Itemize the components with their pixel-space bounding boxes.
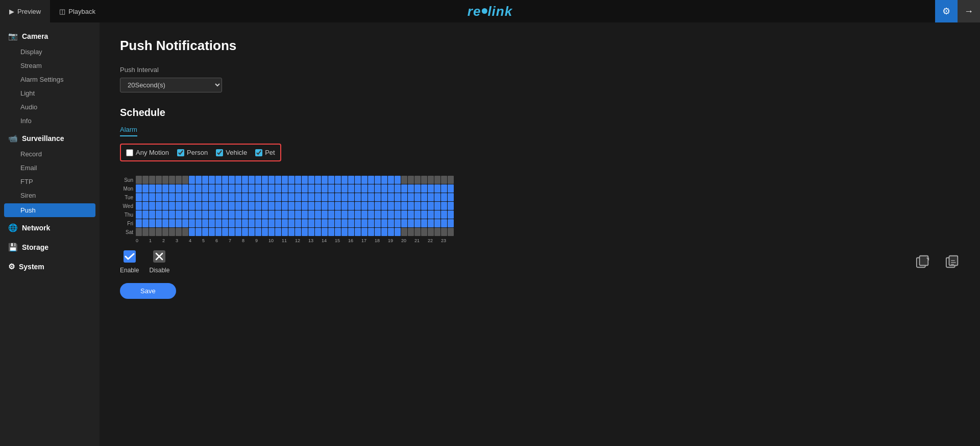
- push-interval-select[interactable]: 20Second(s): [120, 78, 222, 92]
- grid-cell[interactable]: [242, 202, 248, 210]
- grid-cell[interactable]: [182, 202, 188, 210]
- grid-cell[interactable]: [249, 228, 255, 236]
- grid-cell[interactable]: [315, 210, 321, 219]
- grid-cell[interactable]: [235, 184, 241, 193]
- grid-cell[interactable]: [156, 210, 162, 219]
- grid-cell[interactable]: [275, 219, 281, 227]
- grid-cell[interactable]: [242, 228, 248, 236]
- grid-cell[interactable]: [341, 193, 348, 201]
- grid-cell[interactable]: [235, 210, 241, 219]
- sidebar-item-ftp[interactable]: FTP: [0, 175, 100, 189]
- grid-cell[interactable]: [229, 219, 235, 227]
- grid-cell[interactable]: [209, 193, 215, 201]
- grid-cell[interactable]: [414, 210, 421, 219]
- grid-cell[interactable]: [375, 184, 381, 193]
- grid-cell[interactable]: [295, 202, 301, 210]
- grid-cell[interactable]: [149, 184, 155, 193]
- grid-cell[interactable]: [414, 176, 421, 184]
- sidebar-item-record[interactable]: Record: [0, 147, 100, 161]
- playback-button[interactable]: ◫ Playback: [50, 0, 105, 22]
- grid-cell[interactable]: [368, 219, 374, 227]
- sidebar-system-header[interactable]: ⚙ System: [0, 258, 100, 275]
- grid-cell[interactable]: [388, 202, 394, 210]
- grid-cell[interactable]: [209, 184, 215, 193]
- person-checkbox[interactable]: [177, 149, 184, 156]
- copy-icon-item[interactable]: [916, 254, 930, 269]
- grid-cell[interactable]: [282, 219, 288, 227]
- grid-cell[interactable]: [308, 219, 314, 227]
- grid-cell[interactable]: [441, 184, 447, 193]
- grid-cell[interactable]: [189, 219, 195, 227]
- grid-cell[interactable]: [202, 219, 208, 227]
- grid-cell[interactable]: [308, 184, 314, 193]
- grid-cell[interactable]: [169, 219, 175, 227]
- pet-checkbox[interactable]: [255, 149, 262, 156]
- grid-cell[interactable]: [368, 202, 374, 210]
- grid-cell[interactable]: [348, 193, 354, 201]
- grid-cell[interactable]: [189, 228, 195, 236]
- grid-cell[interactable]: [195, 228, 202, 236]
- grid-cell[interactable]: [235, 219, 241, 227]
- grid-cell[interactable]: [368, 228, 374, 236]
- grid-cell[interactable]: [355, 219, 361, 227]
- grid-cell[interactable]: [315, 202, 321, 210]
- grid-cell[interactable]: [156, 176, 162, 184]
- grid-cell[interactable]: [288, 193, 295, 201]
- grid-cell[interactable]: [381, 176, 387, 184]
- grid-cell[interactable]: [169, 202, 175, 210]
- grid-cell[interactable]: [434, 210, 440, 219]
- grid-cell[interactable]: [182, 219, 188, 227]
- grid-cell[interactable]: [341, 184, 348, 193]
- grid-cell[interactable]: [156, 219, 162, 227]
- grid-cell[interactable]: [262, 228, 268, 236]
- grid-cell[interactable]: [235, 176, 241, 184]
- grid-cell[interactable]: [335, 210, 341, 219]
- grid-cell[interactable]: [428, 219, 434, 227]
- grid-cell[interactable]: [229, 184, 235, 193]
- grid-cell[interactable]: [202, 193, 208, 201]
- grid-cell[interactable]: [149, 176, 155, 184]
- grid-cell[interactable]: [176, 210, 182, 219]
- grid-cell[interactable]: [322, 202, 328, 210]
- grid-cell[interactable]: [249, 184, 255, 193]
- grid-cell[interactable]: [136, 202, 142, 210]
- grid-cell[interactable]: [176, 193, 182, 201]
- grid-cell[interactable]: [395, 202, 401, 210]
- grid-cell[interactable]: [414, 193, 421, 201]
- grid-cell[interactable]: [348, 176, 354, 184]
- grid-cell[interactable]: [375, 219, 381, 227]
- any-motion-checkbox[interactable]: [126, 149, 133, 156]
- grid-cell[interactable]: [448, 228, 454, 236]
- grid-cell[interactable]: [295, 184, 301, 193]
- grid-cell[interactable]: [288, 219, 295, 227]
- arrow-button[interactable]: →: [958, 0, 980, 22]
- grid-cell[interactable]: [195, 176, 202, 184]
- grid-cell[interactable]: [434, 202, 440, 210]
- grid-cell[interactable]: [381, 210, 387, 219]
- grid-cell[interactable]: [395, 210, 401, 219]
- grid-cell[interactable]: [388, 184, 394, 193]
- sidebar-item-display[interactable]: Display: [0, 45, 100, 59]
- grid-cell[interactable]: [162, 193, 168, 201]
- grid-cell[interactable]: [381, 228, 387, 236]
- sidebar-item-light[interactable]: Light: [0, 86, 100, 100]
- grid-cell[interactable]: [355, 193, 361, 201]
- grid-cell[interactable]: [262, 210, 268, 219]
- grid-cell[interactable]: [242, 176, 248, 184]
- grid-cell[interactable]: [401, 210, 407, 219]
- grid-cell[interactable]: [215, 228, 222, 236]
- grid-cell[interactable]: [348, 202, 354, 210]
- grid-cell[interactable]: [215, 184, 222, 193]
- grid-cell[interactable]: [222, 202, 228, 210]
- any-motion-label[interactable]: Any Motion: [136, 149, 169, 156]
- grid-cell[interactable]: [242, 184, 248, 193]
- grid-cell[interactable]: [388, 210, 394, 219]
- grid-cell[interactable]: [142, 176, 149, 184]
- grid-cell[interactable]: [368, 184, 374, 193]
- grid-cell[interactable]: [288, 202, 295, 210]
- grid-cell[interactable]: [275, 176, 281, 184]
- grid-cell[interactable]: [195, 184, 202, 193]
- grid-cell[interactable]: [249, 210, 255, 219]
- grid-cell[interactable]: [361, 193, 368, 201]
- grid-cell[interactable]: [395, 176, 401, 184]
